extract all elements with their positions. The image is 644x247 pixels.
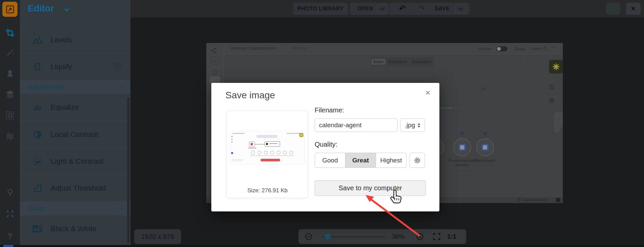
dialog-title: Save image [225, 90, 275, 101]
preview-size-label: Size: 276.91 Kb [227, 187, 308, 194]
quality-option-good[interactable]: Good [315, 153, 345, 167]
dialog-close-icon[interactable]: × [425, 88, 430, 97]
save-to-computer-button[interactable]: Save to my computer [315, 180, 426, 196]
extension-value: .jpg [405, 121, 415, 129]
quality-settings-button[interactable] [410, 153, 425, 168]
quality-segmented-control: Good Great Highest [315, 153, 407, 168]
quality-label: Quality: [315, 141, 337, 148]
save-image-dialog: Save image × [211, 83, 439, 211]
quality-option-great[interactable]: Great [345, 153, 376, 167]
quality-option-highest[interactable]: Highest [376, 153, 406, 167]
extension-select[interactable]: .jpg [400, 118, 425, 132]
image-preview-thumbnail [230, 131, 305, 164]
pixlr-editor-app: PHOTO LIBRARY OPEN ↶ ↷ SAVE × [0, 0, 644, 247]
filename-label: Filename: [315, 106, 344, 114]
filename-input[interactable] [315, 118, 397, 132]
select-arrows-icon [418, 123, 420, 128]
image-preview-card: Size: 276.91 Kb [226, 110, 308, 198]
gear-icon [413, 156, 421, 164]
